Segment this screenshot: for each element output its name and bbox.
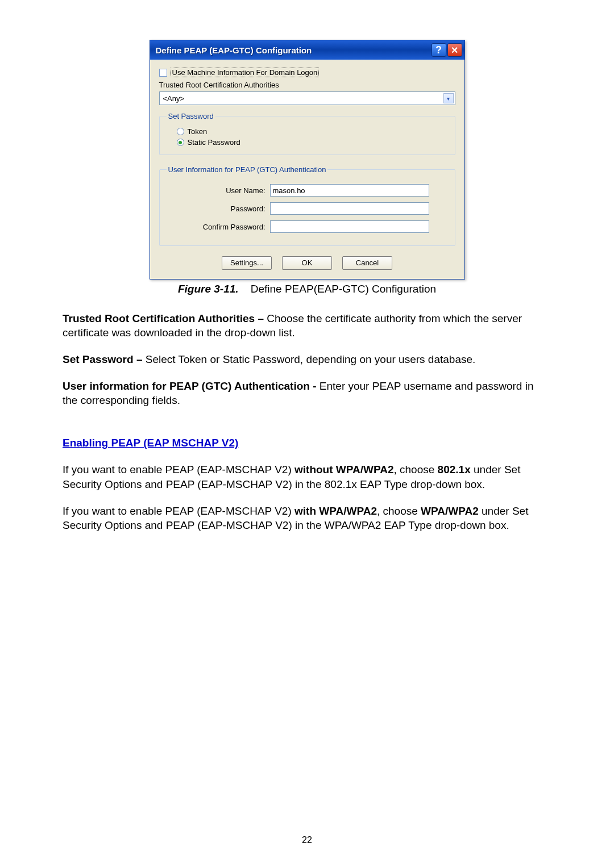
- username-row: User Name:: [167, 184, 448, 197]
- domain-logon-label: Use Machine Information For Domain Logon: [171, 68, 320, 77]
- radio-token-row[interactable]: Token: [177, 127, 448, 136]
- radio-token[interactable]: [177, 128, 184, 135]
- figure-caption: Figure 3-11. Define PEAP(EAP-GTC) Config…: [63, 283, 551, 295]
- section-heading-link[interactable]: Enabling PEAP (EAP MSCHAP V2): [63, 437, 238, 449]
- para-nowpa-c: , choose: [394, 464, 438, 475]
- domain-logon-checkbox-row[interactable]: Use Machine Information For Domain Logon: [159, 68, 455, 77]
- dialog-title: Define PEAP (EAP-GTC) Configuration: [156, 45, 312, 55]
- radio-static[interactable]: [177, 139, 184, 146]
- chevron-down-icon[interactable]: ▾: [443, 93, 454, 103]
- section-heading-row: Enabling PEAP (EAP MSCHAP V2): [63, 436, 551, 450]
- dialog-figure: Define PEAP (EAP-GTC) Configuration ? ✕ …: [63, 40, 551, 279]
- para-set-password-lead: Set Password –: [63, 353, 146, 365]
- titlebar-buttons: ? ✕: [432, 43, 462, 57]
- figure-desc: Define PEAP(EAP-GTC) Configuration: [251, 283, 436, 295]
- password-label: Password:: [167, 205, 270, 213]
- cancel-button[interactable]: Cancel: [342, 256, 392, 270]
- trusted-root-label: Trusted Root Certification Authorities: [159, 81, 455, 89]
- para-with-wpa: If you want to enable PEAP (EAP-MSCHAP V…: [63, 504, 551, 532]
- radio-static-label: Static Password: [188, 138, 240, 147]
- confirm-password-row: Confirm Password:: [167, 220, 448, 233]
- para-wpa-b: with WPA/WPA2: [294, 505, 377, 517]
- para-nowpa-a: If you want to enable PEAP (EAP-MSCHAP V…: [63, 464, 294, 475]
- para-set-password: Set Password – Select Token or Static Pa…: [63, 352, 551, 366]
- password-row: Password:: [167, 202, 448, 215]
- radio-token-label: Token: [188, 127, 208, 136]
- peap-config-dialog: Define PEAP (EAP-GTC) Configuration ? ✕ …: [150, 40, 465, 279]
- help-button[interactable]: ?: [432, 43, 446, 57]
- password-input[interactable]: [270, 202, 429, 215]
- para-user-info-lead: User information for PEAP (GTC) Authenti…: [63, 380, 320, 392]
- para-nowpa-b: without WPA/WPA2: [294, 464, 394, 475]
- figure-label: Figure 3-11.: [178, 283, 239, 295]
- para-set-password-body: Select Token or Static Password, dependi…: [146, 353, 476, 365]
- trusted-root-value: <Any>: [163, 94, 185, 103]
- username-label: User Name:: [167, 186, 270, 195]
- para-wpa-c: , choose: [377, 505, 421, 517]
- page-number: 22: [0, 835, 614, 845]
- dialog-button-row: Settings... OK Cancel: [159, 256, 455, 270]
- settings-button[interactable]: Settings...: [222, 256, 272, 270]
- para-without-wpa: If you want to enable PEAP (EAP-MSCHAP V…: [63, 462, 551, 491]
- para-wpa-d: WPA/WPA2: [421, 505, 479, 517]
- set-password-legend: Set Password: [167, 112, 215, 120]
- close-button[interactable]: ✕: [447, 43, 462, 57]
- confirm-password-input[interactable]: [270, 220, 429, 233]
- ok-button[interactable]: OK: [282, 256, 332, 270]
- trusted-root-combobox[interactable]: <Any> ▾: [159, 91, 455, 105]
- user-info-legend: User Information for PEAP (GTC) Authenti…: [167, 165, 328, 174]
- username-input[interactable]: [270, 184, 429, 197]
- titlebar: Define PEAP (EAP-GTC) Configuration ? ✕: [150, 40, 464, 60]
- para-user-info: User information for PEAP (GTC) Authenti…: [63, 379, 551, 407]
- para-trusted-root-lead: Trusted Root Certification Authorities –: [63, 312, 267, 324]
- set-password-group: Set Password Token Static Password: [159, 112, 455, 155]
- para-wpa-a: If you want to enable PEAP (EAP-MSCHAP V…: [63, 505, 294, 517]
- dialog-body: Use Machine Information For Domain Logon…: [150, 60, 464, 279]
- para-trusted-root: Trusted Root Certification Authorities –…: [63, 311, 551, 340]
- confirm-password-label: Confirm Password:: [167, 223, 270, 231]
- user-info-group: User Information for PEAP (GTC) Authenti…: [159, 165, 455, 246]
- radio-static-row[interactable]: Static Password: [177, 138, 448, 147]
- checkbox-icon[interactable]: [159, 69, 167, 77]
- para-nowpa-d: 802.1x: [438, 464, 471, 475]
